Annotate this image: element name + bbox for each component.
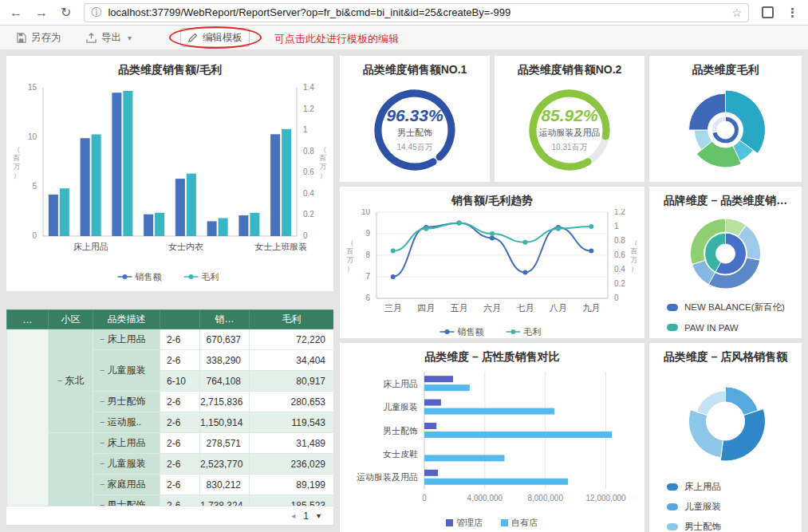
profit-cell: 119,543 [250,412,334,433]
svg-text:9: 9 [365,229,370,238]
address-bar[interactable]: ⓘ localhost:37799/WebReport/ReportServer… [84,3,749,22]
page-dropdown-icon[interactable]: ▾ [317,511,321,520]
category-cell[interactable]: −家庭用品 [93,475,160,495]
export-button[interactable]: 导出 ▾ [80,28,138,47]
sales-cell: 1,738,324 [200,495,250,506]
svg-text:百: 百 [630,247,638,255]
legend-marker-icon [667,304,678,311]
band-cell: 2-6 [160,475,200,495]
url-text[interactable]: localhost:37799/WebReport/ReportServer?o… [108,6,725,18]
svg-text:0.2: 0.2 [303,210,314,219]
chart-canvas [495,78,644,182]
collapse-icon[interactable]: − [100,396,104,406]
svg-text:0.8: 0.8 [614,236,625,245]
table-row: −床上用品2-6278,57131,489 [7,433,334,454]
collapse-icon[interactable]: − [100,417,104,427]
sales-cell: 764,108 [200,371,250,392]
category-cell[interactable]: −儿童服装 [93,454,160,475]
svg-text:万: 万 [631,256,638,264]
legend-item[interactable]: NEW BALANCE(新百伦) [667,298,785,317]
category-cell[interactable]: −运动服.. [93,412,160,433]
band-cell: 2-6 [160,350,200,371]
dropdown-caret-icon[interactable]: ▾ [128,33,132,42]
collapse-icon[interactable]: − [100,438,104,447]
svg-text:四月: 四月 [417,303,435,313]
svg-text:百: 百 [319,154,327,162]
page-number[interactable]: 1 [303,510,309,522]
svg-text:五月: 五月 [451,303,468,313]
profit-cell: 31,489 [250,433,334,454]
app: ← → ↻ ⓘ localhost:37799/WebReport/Report… [0,0,808,532]
legend-item[interactable]: 床上用品 [667,477,721,497]
legend-marker-icon [667,503,678,510]
svg-text:1.4: 1.4 [303,83,314,92]
edit-template-button[interactable]: 编辑模板 [180,28,250,47]
fullscreen-icon[interactable] [762,6,774,18]
svg-text:三月: 三月 [384,303,402,313]
panel-brand-sunburst: 品牌维度 – 品类维度销… NEW BALANCE(新百伦) PAW IN PA… [649,187,802,338]
collapse-icon[interactable]: − [100,365,104,375]
panel-title: 品类维度 – 店性质销售对比 [340,343,644,365]
save-as-button[interactable]: 另存为 [10,28,68,47]
column-header[interactable] [160,310,200,329]
chart-canvas [340,78,490,182]
export-icon [86,33,97,43]
svg-text:8: 8 [365,250,370,259]
category-cell[interactable]: −儿童服装 [93,350,160,392]
collapse-icon[interactable]: − [100,459,104,468]
chart-canvas [649,78,802,182]
panel-category-sales-profit: 品类维度销售额/毛利 05101500.20.40.60.811.21.4（百万… [6,56,333,291]
reload-icon[interactable]: ↻ [61,6,71,19]
band-cell: 2-6 [160,495,200,506]
svg-text:百: 百 [13,154,21,162]
legend-item[interactable]: PAW IN PAW [667,317,785,337]
legend-marker-icon [667,324,678,331]
column-header[interactable]: 品类描述 [93,310,160,329]
svg-text:0.6: 0.6 [303,167,314,176]
column-header[interactable]: 小区 [49,310,93,329]
legend-label: 床上用品 [684,481,721,493]
category-cell[interactable]: −男士配饰 [93,392,160,412]
column-header[interactable]: … [7,310,49,329]
legend-marker-icon [667,483,678,491]
svg-text:六月: 六月 [483,303,501,313]
legend-item[interactable]: 男士配饰 [667,517,721,532]
collapse-icon[interactable]: − [57,376,62,385]
legend-marker-icon [667,523,678,530]
panel-title: 品类维度销售额NO.1 [340,56,490,77]
category-cell[interactable]: −男士配饰 [93,495,160,506]
svg-text:儿童服装: 儿童服装 [383,402,418,412]
line-chart-canvas: 67891000.20.40.60.811.2（百万）（百万）三月四月五月六月七… [340,209,644,338]
prev-page-icon[interactable]: ◂ [291,511,295,520]
donut-chart-canvas [649,78,802,182]
svg-text:7: 7 [365,272,370,281]
svg-text:床上用品: 床上用品 [383,379,418,388]
category-cell[interactable]: −床上用品 [93,329,160,350]
column-header[interactable]: 销… [200,310,250,329]
pencil-icon [187,33,198,43]
region-group-cell[interactable] [49,433,93,506]
forward-icon[interactable]: → [35,6,48,19]
annotation-text: 可点击此处进行模板的编辑 [274,32,399,46]
collapse-icon[interactable]: − [100,334,104,344]
collapse-icon[interactable]: − [100,479,104,489]
page-info-icon[interactable]: ⓘ [91,6,101,20]
legend-label: NEW BALANCE(新百伦) [684,301,785,313]
legend-item[interactable]: 儿童服装 [667,497,721,517]
collapse-icon[interactable]: − [100,500,104,506]
svg-text:0: 0 [303,231,308,240]
band-cell: 2-6 [160,392,200,412]
svg-text:4,000,000: 4,000,000 [467,494,503,502]
save-as-label: 另存为 [31,31,61,45]
menu-kebab-icon[interactable]: ⋮ [786,6,798,20]
category-cell[interactable]: −床上用品 [93,433,160,454]
panel-trend-line: 销售额/毛利趋势 67891000.20.40.60.811.2（百万）（百万）… [340,187,644,338]
svg-text:0: 0 [32,231,37,240]
bookmark-star-icon[interactable]: ☆ [731,6,742,19]
back-icon[interactable]: ← [10,6,22,19]
panel-sales-table: …小区品类描述销…毛利−东北−床上用品2-6670,63772,220−儿童服装… [6,309,333,525]
svg-text:1: 1 [614,222,619,231]
column-header[interactable]: 毛利 [250,310,334,329]
region-group-cell[interactable]: −东北 [49,329,93,433]
svg-text:6: 6 [365,294,370,302]
